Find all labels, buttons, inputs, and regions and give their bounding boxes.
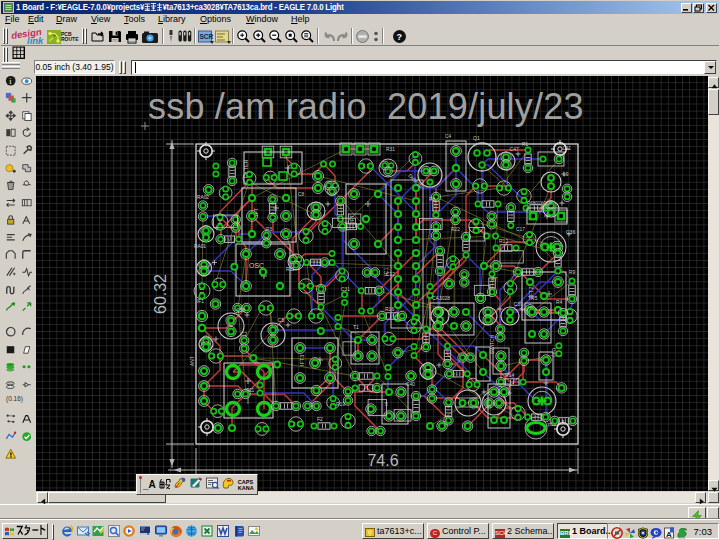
svg-text:T1: T1 <box>353 324 359 330</box>
svg-text:C40: C40 <box>406 382 415 387</box>
svg-text:C39: C39 <box>514 301 523 307</box>
svg-text:R6801XG03: R6801XG03 <box>527 201 552 206</box>
svg-text:C12: C12 <box>386 272 395 277</box>
svg-text:RA01: RA01 <box>194 244 206 249</box>
svg-text:RA02: RA02 <box>197 195 209 200</box>
svg-text:C4: C4 <box>445 134 451 139</box>
svg-text:R12: R12 <box>499 238 508 244</box>
svg-text:C36: C36 <box>566 229 575 235</box>
svg-text:ssb /am radio 2019/july/23: ssb /am radio 2019/july/23 <box>148 86 584 127</box>
svg-text:R4: R4 <box>556 300 562 305</box>
svg-text:R19: R19 <box>336 402 345 407</box>
svg-text:TR5: TR5 <box>528 295 538 301</box>
svg-text:R31: R31 <box>386 147 395 152</box>
svg-text:C56: C56 <box>236 307 245 313</box>
svg-text:R8: R8 <box>429 196 436 202</box>
svg-text:R22: R22 <box>451 227 460 232</box>
svg-text:CA3028: CA3028 <box>432 295 450 301</box>
svg-text:Q1: Q1 <box>473 135 480 141</box>
svg-text:C5: C5 <box>278 317 285 323</box>
svg-text:C8: C8 <box>298 192 304 197</box>
svg-text:60.32: 60.32 <box>152 274 169 314</box>
svg-text:SP: SP <box>487 402 492 408</box>
svg-text:F2: F2 <box>317 416 323 422</box>
svg-text:C47: C47 <box>510 146 519 152</box>
svg-text:R16: R16 <box>385 306 394 312</box>
svg-text:IF1: IF1 <box>197 299 204 304</box>
svg-text:C2: C2 <box>241 332 247 337</box>
svg-text:R14: R14 <box>505 372 514 378</box>
svg-text:R3: R3 <box>266 227 272 232</box>
svg-text:ANT: ANT <box>190 356 195 366</box>
svg-text:R11: R11 <box>286 267 295 272</box>
svg-text:R1: R1 <box>522 142 528 147</box>
svg-text:SCR: SCR <box>199 33 213 40</box>
svg-text:JFT: JFT <box>349 214 355 224</box>
svg-text:IFT3: IFT3 <box>299 355 305 366</box>
svg-text:R9: R9 <box>569 270 575 275</box>
svg-text:SWITCH: SWITCH <box>490 335 495 354</box>
svg-text:C31: C31 <box>341 287 350 292</box>
svg-text:R7: R7 <box>491 277 497 282</box>
svg-text:L9: L9 <box>563 172 569 177</box>
svg-text:C17: C17 <box>516 227 525 232</box>
svg-text:74.6: 74.6 <box>367 452 398 469</box>
svg-text:L11: L11 <box>563 145 571 151</box>
svg-text:?: ? <box>397 32 403 42</box>
